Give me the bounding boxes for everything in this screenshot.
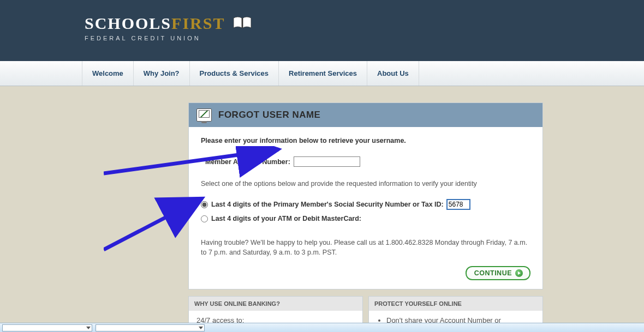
protect-yourself-title: PROTECT YOURSELF ONLINE xyxy=(369,297,542,311)
status-dropdown-2[interactable] xyxy=(96,324,205,331)
nav-about-us[interactable]: About Us xyxy=(367,61,419,86)
account-number-label: Member Account Number: xyxy=(205,158,290,166)
option-atm-row: Last 4 digits of your ATM or Debit Maste… xyxy=(201,215,530,222)
nav-products-services[interactable]: Products & Services xyxy=(190,61,279,86)
logo: SCHOOLSFIRST xyxy=(85,14,644,33)
button-row: CONTINUE xyxy=(201,266,530,280)
svg-rect-0 xyxy=(242,18,243,28)
nav-welcome[interactable]: Welcome xyxy=(82,61,134,86)
nav-why-join[interactable]: Why Join? xyxy=(134,61,190,86)
chevron-down-icon xyxy=(86,327,91,329)
forgot-username-panel: FORGOT USER NAME Please enter your infor… xyxy=(188,102,543,289)
option-ssn-input[interactable] xyxy=(447,200,470,209)
account-number-input[interactable] xyxy=(294,156,360,167)
logo-word-schools: SCHOOLS xyxy=(85,14,171,32)
panel-title: FORGOT USER NAME xyxy=(218,110,320,120)
option-atm-radio[interactable] xyxy=(201,215,208,222)
option-ssn-radio[interactable] xyxy=(201,201,208,208)
status-dropdown-1[interactable] xyxy=(2,324,92,331)
instruction-secondary: Select one of the options below and prov… xyxy=(201,180,530,188)
nav-retirement-services[interactable]: Retirement Services xyxy=(279,61,367,86)
option-ssn-label: Last 4 digits of the Primary Member's So… xyxy=(211,201,444,208)
option-atm-label: Last 4 digits of your ATM or Debit Maste… xyxy=(211,215,361,222)
continue-button[interactable]: CONTINUE xyxy=(466,266,530,280)
main-nav: Welcome Why Join? Products & Services Re… xyxy=(0,61,644,86)
continue-label: CONTINUE xyxy=(474,269,512,277)
play-circle-icon xyxy=(515,269,523,277)
logo-word-first: FIRST xyxy=(171,14,225,32)
why-online-banking-title: WHY USE ONLINE BANKING? xyxy=(189,297,362,311)
main-content: FORGOT USER NAME Please enter your infor… xyxy=(0,86,644,330)
panel-body: Please enter your information below to r… xyxy=(189,127,542,289)
account-number-row: Member Account Number: xyxy=(201,156,530,167)
panel-header: FORGOT USER NAME xyxy=(189,103,542,127)
svg-line-2 xyxy=(104,198,202,250)
monitor-icon xyxy=(196,108,212,122)
site-header: SCHOOLSFIRST FEDERAL CREDIT UNION xyxy=(0,0,644,61)
chevron-down-icon xyxy=(199,327,203,329)
status-bar xyxy=(0,323,644,332)
help-text: Having trouble? We'll be happy to help y… xyxy=(201,238,530,257)
book-icon xyxy=(232,16,252,31)
option-ssn-row: Last 4 digits of the Primary Member's So… xyxy=(201,200,530,209)
logo-subtitle: FEDERAL CREDIT UNION xyxy=(85,35,644,41)
instruction-primary: Please enter your information below to r… xyxy=(201,137,530,144)
